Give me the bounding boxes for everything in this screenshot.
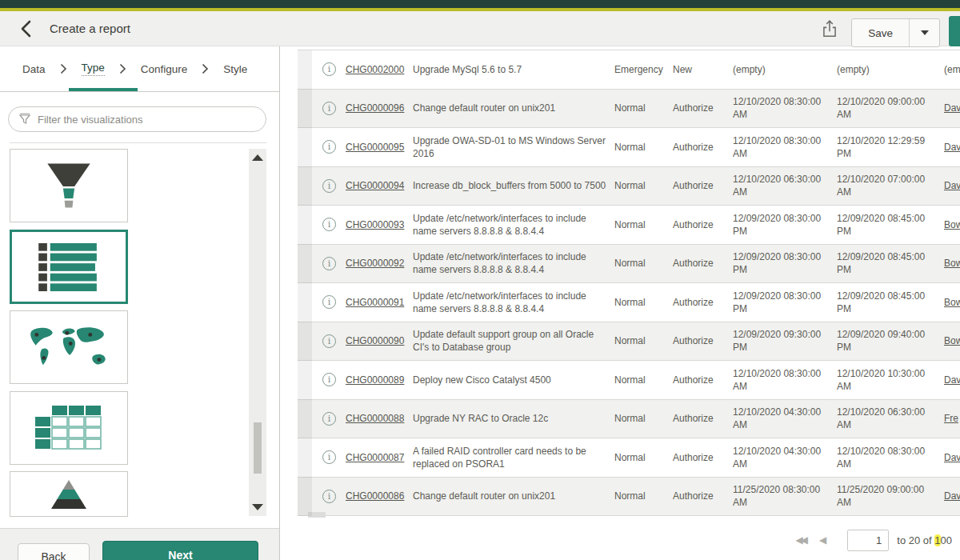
step-type[interactable]: Type	[82, 62, 105, 76]
pagination-total: 100	[934, 534, 952, 546]
step-configure[interactable]: Configure	[141, 63, 188, 75]
assignee-link[interactable]: Bow	[944, 257, 960, 270]
change-number-link[interactable]: CHG0000088	[346, 412, 404, 425]
assignee-cell: Dav	[942, 478, 960, 516]
assignee-link[interactable]: Bow	[944, 334, 960, 347]
viz-card-map[interactable]	[10, 310, 128, 384]
table-row: CHG0000093 Update /etc/network/interface…	[298, 206, 960, 245]
change-number-link[interactable]: CHG0000094	[346, 179, 404, 192]
info-icon[interactable]	[322, 62, 336, 76]
info-icon[interactable]	[322, 295, 336, 309]
list-divider	[10, 142, 266, 143]
save-button[interactable]: Save	[852, 19, 909, 46]
step-style[interactable]: Style	[223, 63, 247, 75]
assignee-link[interactable]: Dav	[944, 451, 960, 464]
table-chart-icon	[35, 404, 102, 452]
visualization-filter	[8, 106, 266, 132]
visualization-scrollbar[interactable]	[249, 149, 266, 516]
filter-input[interactable]	[38, 114, 256, 126]
viz-card-funnel[interactable]	[10, 149, 128, 222]
next-button[interactable]: Next	[102, 541, 258, 560]
assignee-link[interactable]: Dav	[944, 141, 960, 154]
table-row: CHG0000096 Change default router on unix…	[298, 90, 960, 129]
short-description-cell: Increase db_block_buffers from 5000 to 7…	[413, 167, 614, 206]
table-row: CHG0000089 Deploy new Cisco Catalyst 450…	[298, 361, 960, 400]
planned-end-date-cell: 12/10/2020 08:30:00 AM	[837, 438, 942, 477]
planned-start-date-cell: 12/10/2020 08:30:00 AM	[733, 90, 837, 128]
change-number-link[interactable]: CHG0000086	[346, 490, 404, 502]
save-dropdown-button[interactable]	[909, 19, 939, 46]
assignee-link[interactable]: Dav	[944, 374, 960, 386]
change-type-cell: Normal	[614, 322, 673, 361]
planned-end-date-cell: 12/09/2020 09:40:00 PM	[837, 322, 942, 361]
list-chart-icon	[38, 242, 99, 292]
info-icon[interactable]	[322, 450, 336, 464]
info-icon[interactable]	[322, 490, 336, 503]
pyramid-chart-icon	[46, 477, 91, 512]
scrollbar-thumb[interactable]	[254, 422, 262, 474]
scroll-up-icon[interactable]	[252, 154, 263, 161]
assignee-link[interactable]: Bow	[944, 218, 960, 231]
change-type-cell: Emergency	[614, 50, 673, 89]
step-data[interactable]: Data	[22, 63, 46, 75]
back-button[interactable]: Back	[18, 543, 90, 560]
info-icon[interactable]	[322, 102, 336, 115]
funnel-chart-icon	[43, 158, 94, 213]
planned-start-date-cell: 11/25/2020 08:30:00 AM	[733, 478, 837, 516]
viz-card-pyramid[interactable]	[10, 471, 128, 517]
change-number-link[interactable]: CHG0000092	[346, 257, 404, 270]
planned-end-date-cell: 11/25/2020 09:00:00 AM	[837, 478, 942, 516]
change-number-link[interactable]: CHG0000091	[346, 296, 404, 309]
change-number-cell: CHG0000088	[346, 400, 413, 438]
short-description-cell: Deploy new Cisco Catalyst 4500	[413, 361, 614, 399]
info-icon[interactable]	[322, 373, 336, 386]
assignee-link[interactable]: Dav	[944, 179, 960, 192]
change-number-cell: CHG0000094	[346, 167, 413, 206]
wizard-breadcrumb: Data Type Configure Style	[0, 46, 279, 92]
assignee-link[interactable]: Fre	[944, 412, 958, 425]
short-description-cell: Upgrade MySql 5.6 to 5.7	[413, 50, 614, 89]
scroll-down-icon[interactable]	[252, 504, 263, 510]
report-type-panel: Data Type Configure Style	[0, 46, 280, 560]
page-number-input[interactable]	[847, 530, 889, 551]
planned-end-date-cell: 12/10/2020 09:00:00 AM	[837, 90, 942, 128]
change-number-link[interactable]: CHG0000095	[346, 141, 404, 154]
planned-start-date-cell: 12/10/2020 04:30:00 AM	[733, 400, 837, 438]
change-number-link[interactable]: CHG0002000	[346, 63, 404, 76]
previous-page-icon[interactable]: ◀	[819, 534, 826, 546]
assignee-link[interactable]: (em	[944, 63, 960, 76]
change-number-link[interactable]: CHG0000090	[346, 334, 404, 347]
change-type-cell: Normal	[614, 90, 673, 128]
change-table-body: CHG0002000 Upgrade MySql 5.6 to 5.7 Emer…	[298, 50, 960, 516]
assignee-link[interactable]: Bow	[944, 296, 960, 309]
assignee-cell: Fre	[942, 400, 960, 438]
change-number-link[interactable]: CHG0000096	[346, 102, 404, 114]
change-number-cell: CHG0000090	[346, 322, 413, 361]
change-number-link[interactable]: CHG0000089	[346, 374, 404, 386]
assignee-cell: Dav	[942, 90, 960, 128]
chevron-right-icon	[60, 63, 67, 74]
change-number-link[interactable]: CHG0000087	[346, 451, 404, 464]
info-icon[interactable]	[322, 412, 336, 426]
change-number-link[interactable]: CHG0000093	[346, 218, 404, 231]
viz-card-table[interactable]	[10, 391, 128, 465]
edge-primary-button-partial[interactable]	[949, 16, 960, 46]
change-number-cell: CHG0000086	[346, 478, 413, 516]
back-chevron-icon[interactable]	[19, 19, 34, 38]
info-icon[interactable]	[322, 257, 336, 270]
table-row: CHG0000095 Upgrade OWA-SD-01 to MS Windo…	[298, 128, 960, 167]
info-icon[interactable]	[322, 179, 336, 193]
info-icon[interactable]	[322, 218, 336, 231]
info-icon[interactable]	[322, 140, 336, 154]
info-icon[interactable]	[322, 334, 336, 348]
share-icon[interactable]	[821, 19, 840, 40]
assignee-cell: Dav	[942, 167, 960, 206]
assignee-link[interactable]: Dav	[944, 490, 960, 502]
change-state-cell: Authorize	[673, 167, 733, 206]
viz-card-list[interactable]	[10, 230, 128, 304]
first-page-icon[interactable]: ◀◀	[796, 534, 806, 546]
assignee-cell: Bow	[942, 322, 960, 361]
brand-bar	[0, 0, 960, 8]
short-description-cell: Update /etc/network/interfaces to includ…	[413, 283, 614, 322]
assignee-link[interactable]: Dav	[944, 102, 960, 114]
